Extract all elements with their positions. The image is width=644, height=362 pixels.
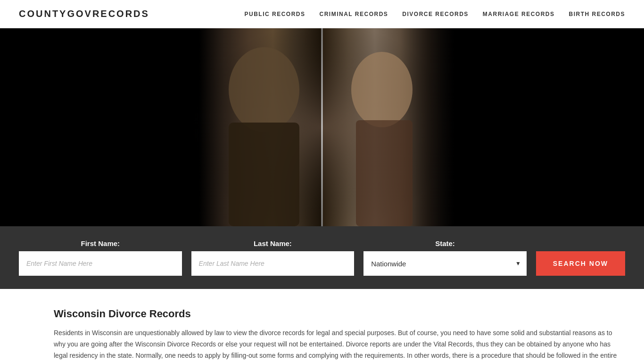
main-content: Wisconsin Divorce Records Residents in W… [0, 289, 644, 362]
search-now-button[interactable]: SEARCH NOW [536, 251, 625, 276]
hero-center-divider [322, 28, 323, 226]
site-logo[interactable]: COUNTYGOVRECORDS [19, 8, 149, 19]
last-name-label: Last Name: [191, 239, 355, 247]
svg-rect-1 [446, 28, 644, 226]
state-field: State: NationwideAlabamaAlaskaArizonaArk… [363, 239, 527, 276]
state-select-wrapper: NationwideAlabamaAlaskaArizonaArkansasCa… [363, 251, 527, 276]
search-section: First Name: Last Name: State: Nationwide… [0, 226, 644, 289]
main-nav: PUBLIC RECORDS CRIMINAL RECORDS DIVORCE … [245, 11, 626, 17]
state-select[interactable]: NationwideAlabamaAlaskaArizonaArkansasCa… [363, 251, 527, 276]
last-name-field: Last Name: [191, 239, 355, 276]
nav-criminal-records[interactable]: CRIMINAL RECORDS [320, 11, 388, 17]
svg-point-3 [229, 47, 299, 132]
nav-marriage-records[interactable]: MARRIAGE RECORDS [483, 11, 555, 17]
content-title: Wisconsin Divorce Records [54, 308, 625, 320]
hero-background [0, 28, 644, 226]
first-name-label: First Name: [19, 239, 182, 247]
svg-point-5 [351, 52, 413, 127]
first-name-input[interactable] [19, 251, 182, 276]
last-name-input[interactable] [191, 251, 355, 276]
nav-divorce-records[interactable]: DIVORCE RECORDS [402, 11, 469, 17]
first-name-field: First Name: [19, 239, 182, 276]
svg-rect-4 [229, 123, 299, 226]
svg-rect-0 [0, 28, 198, 226]
content-body: Residents in Wisconsin are unquestionabl… [54, 328, 625, 362]
nav-birth-records[interactable]: BIRTH RECORDS [569, 11, 625, 17]
svg-rect-6 [356, 120, 413, 226]
state-label: State: [363, 239, 527, 247]
nav-public-records[interactable]: PUBLIC RECORDS [245, 11, 305, 17]
hero-section [0, 28, 644, 226]
site-header: COUNTYGOVRECORDS PUBLIC RECORDS CRIMINAL… [0, 0, 644, 28]
